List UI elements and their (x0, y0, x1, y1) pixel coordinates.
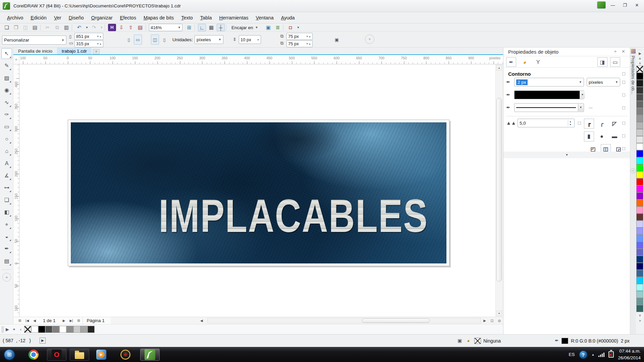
outline-pen-tool[interactable]: ✒ (1, 243, 12, 254)
page-tab[interactable]: Página 1 (83, 317, 111, 324)
color-swatch[interactable] (636, 199, 643, 206)
zoom-level-combo[interactable]: 416%▼ (149, 24, 182, 31)
close-button[interactable]: ✕ (632, 1, 642, 9)
artwork-image[interactable]: IMPLACABLES (71, 122, 446, 263)
launcher-dropdown[interactable]: ▾ (296, 24, 301, 31)
redo-dropdown[interactable]: ▾ (99, 24, 104, 31)
section-checkbox[interactable] (622, 72, 625, 75)
paste-button[interactable]: ▥ (62, 24, 70, 31)
drawing-canvas[interactable]: IMPLACABLES (19, 64, 495, 317)
color-swatch[interactable] (636, 115, 643, 122)
tab-trabajo-1-cdr[interactable]: trabajo 1.cdr (57, 48, 92, 54)
vertical-scroll-thumb[interactable] (496, 98, 502, 282)
show-guidelines-button[interactable]: ┼ (217, 24, 225, 31)
vertical-ruler[interactable]: 40035030025020015010050050100 (13, 64, 19, 317)
style-settings-button[interactable]: ... (589, 104, 593, 109)
color-swatch[interactable] (636, 284, 643, 291)
frame-tab[interactable]: ▭ (610, 57, 620, 67)
color-swatch[interactable] (636, 143, 643, 150)
color-swatch[interactable] (636, 291, 643, 298)
docker-collapse-button[interactable]: » (614, 49, 616, 54)
miter-limit-field[interactable]: 5,0 ▲▼ (518, 119, 575, 127)
chevron-down-icon[interactable]: ▼ (578, 104, 583, 111)
all-pages-button[interactable]: ◫ (151, 35, 159, 45)
duplicate-x-field[interactable]: 75 px ▼▲ (286, 33, 313, 40)
menu-herramientas[interactable]: Herramientas (216, 13, 252, 22)
palette-flyout-icon[interactable]: ▶ (636, 52, 644, 55)
shape-tool[interactable]: ✎ (1, 60, 12, 71)
color-eyedropper-tool[interactable]: ⌖ (1, 219, 12, 230)
save-button[interactable]: ◫ (21, 24, 30, 31)
color-swatch[interactable] (636, 164, 643, 171)
menu-diseno[interactable]: Diseño (65, 13, 88, 22)
color-swatch[interactable] (636, 270, 643, 277)
color-swatch[interactable] (636, 101, 643, 108)
color-share-checkbox[interactable] (622, 94, 625, 97)
transparency-tab[interactable]: Υ (533, 57, 543, 67)
fill-color-swatch[interactable] (474, 338, 481, 344)
chrome-icon[interactable] (28, 349, 40, 361)
hscroll-right-button[interactable]: ▶ (481, 318, 488, 324)
color-swatch[interactable] (636, 185, 643, 192)
quick-customize-button[interactable]: + (365, 35, 374, 44)
cap-share-checkbox[interactable] (622, 134, 625, 137)
minimize-button[interactable]: — (608, 1, 618, 9)
rectangle-tool[interactable]: ▭ (1, 121, 12, 132)
color-swatch[interactable] (636, 80, 643, 87)
redo-button[interactable]: ↷ (90, 24, 98, 31)
width-share-checkbox[interactable] (622, 81, 625, 84)
import-button[interactable]: ⇩ (117, 24, 125, 31)
menu-ayuda[interactable]: Ayuda (277, 13, 299, 22)
chevron-down-icon[interactable]: ▼ (580, 91, 585, 99)
color-swatch[interactable] (59, 326, 66, 333)
copy-button[interactable]: ⧉ (53, 24, 61, 31)
color-swatch[interactable] (31, 326, 38, 333)
menu-mapas-de-bits[interactable]: Mapas de bits (140, 13, 177, 22)
color-swatch[interactable] (636, 221, 643, 228)
tab-pantalla-de-inicio[interactable]: Pantalla de inicio (13, 48, 57, 54)
landscape-button[interactable]: ▭ (134, 35, 142, 45)
show-grid-button[interactable]: ▦ (207, 24, 215, 31)
current-page-button[interactable]: ▯ (160, 35, 168, 45)
clock[interactable]: 07:44 a.m. 26/06/2014 (618, 348, 641, 361)
cap-square-button[interactable]: ▮ (584, 131, 594, 141)
outline-width-combo[interactable]: 2 px ▼ (514, 78, 584, 86)
media-player-icon[interactable]: ▶ (95, 349, 107, 361)
corel-account-icon[interactable] (597, 1, 606, 9)
corner-round-button[interactable]: ╭ (597, 119, 607, 129)
first-page-button[interactable]: |◀ (23, 318, 31, 324)
previous-page-button[interactable]: ◀ (31, 318, 38, 324)
fullscreen-preview-button[interactable]: ⊞ (185, 24, 193, 31)
outline-units-combo[interactable]: píxeles ▼ (587, 78, 620, 86)
duplicate-y-field[interactable]: 75 px ▼▲ (286, 40, 313, 47)
cap-extended-button[interactable]: ▬ (609, 131, 620, 141)
color-swatch[interactable] (636, 214, 643, 221)
color-swatch[interactable] (636, 235, 643, 242)
color-swatch[interactable] (636, 305, 643, 312)
color-swatch[interactable] (636, 192, 643, 199)
corel-connect-button[interactable]: H (108, 24, 116, 31)
docker-expand-button[interactable]: ▼ (503, 152, 630, 158)
color-swatch[interactable] (636, 108, 643, 115)
ellipse-tool[interactable]: ○ (1, 134, 12, 144)
color-swatch[interactable] (88, 326, 95, 333)
outline-tab[interactable]: ✒ (506, 57, 516, 67)
next-page-button[interactable]: ▶ (60, 318, 68, 324)
no-color-swatch[interactable] (24, 326, 31, 333)
menu-ventana[interactable]: Ventana (252, 13, 277, 22)
dimension-tool[interactable]: ∡ (1, 170, 12, 181)
quick-zoom-button[interactable]: ◎ (496, 318, 503, 324)
coreldraw-icon[interactable] (140, 349, 160, 361)
palette-scroll-up[interactable]: ∧ (636, 61, 644, 65)
color-swatch[interactable] (73, 326, 80, 333)
file-explorer-icon[interactable] (70, 349, 89, 361)
color-swatch[interactable] (636, 150, 643, 157)
undo-dropdown[interactable]: ▾ (85, 24, 89, 31)
fill-tab[interactable]: ◕ (520, 57, 530, 67)
last-page-button[interactable]: ▶| (68, 318, 75, 324)
language-indicator[interactable]: ES (569, 352, 575, 357)
palette-grip[interactable] (1, 326, 4, 333)
menu-ver[interactable]: Ver (50, 13, 65, 22)
menu-organizar[interactable]: Organizar (88, 13, 116, 22)
color-swatch[interactable] (636, 178, 643, 185)
